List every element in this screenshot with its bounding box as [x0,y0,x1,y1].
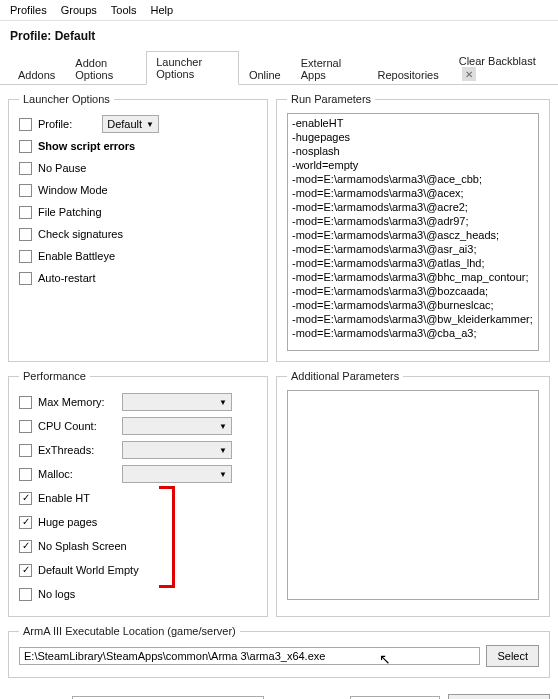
cursor-icon: ↖ [379,651,391,667]
performance-group: Performance Max Memory:▼ CPU Count:▼ ExT… [8,370,268,617]
malloc-combo[interactable]: ▼ [122,465,232,483]
launcher-options-group: Launcher Options Profile: Default ▼ Show… [8,93,268,362]
profile-checkbox[interactable] [19,118,32,131]
max-memory-label: Max Memory: [38,396,116,408]
chevron-down-icon: ▼ [219,422,227,431]
profile-combo[interactable]: Default ▼ [102,115,159,133]
tab-launcher-options[interactable]: Launcher Options [146,51,239,85]
performance-legend: Performance [19,370,90,382]
max-memory-checkbox[interactable] [19,396,32,409]
cpu-count-combo[interactable]: ▼ [122,417,232,435]
exthreads-checkbox[interactable] [19,444,32,457]
launcher-options-legend: Launcher Options [19,93,114,105]
file-patching-checkbox[interactable] [19,206,32,219]
menubar: Profiles Groups Tools Help [0,0,558,21]
tab-repositories[interactable]: Repositories [368,64,449,85]
exe-path-input[interactable] [19,647,480,665]
no-splash-checkbox[interactable] [19,540,32,553]
tab-clear-backblast-label: Clear Backblast [459,55,536,67]
max-memory-combo[interactable]: ▼ [122,393,232,411]
profile-title: Profile: Default [0,21,558,49]
no-pause-checkbox[interactable] [19,162,32,175]
tab-addon-options[interactable]: Addon Options [65,52,146,85]
menu-profiles[interactable]: Profiles [4,2,53,18]
huge-pages-label: Huge pages [38,516,97,528]
show-script-errors-checkbox[interactable] [19,140,32,153]
close-icon[interactable]: ✕ [462,67,476,81]
malloc-label: Malloc: [38,468,116,480]
chevron-down-icon: ▼ [219,398,227,407]
exthreads-combo[interactable]: ▼ [122,441,232,459]
menu-groups[interactable]: Groups [55,2,103,18]
check-signatures-checkbox[interactable] [19,228,32,241]
exthreads-label: ExThreads: [38,444,116,456]
exe-location-legend: ArmA III Executable Location (game/serve… [19,625,240,637]
additional-parameters-text[interactable] [287,390,539,600]
check-signatures-label: Check signatures [38,228,123,240]
menu-help[interactable]: Help [144,2,179,18]
default-world-empty-checkbox[interactable] [19,564,32,577]
menu-tools[interactable]: Tools [105,2,143,18]
cpu-count-label: CPU Count: [38,420,116,432]
tab-online[interactable]: Online [239,64,291,85]
cpu-count-checkbox[interactable] [19,420,32,433]
tab-addons[interactable]: Addons [8,64,65,85]
chevron-down-icon: ▼ [219,446,227,455]
highlight-annotation [159,486,175,588]
window-mode-label: Window Mode [38,184,108,196]
no-splash-label: No Splash Screen [38,540,127,552]
exe-location-group: ArmA III Executable Location (game/serve… [8,625,550,678]
enable-ht-checkbox[interactable] [19,492,32,505]
chevron-down-icon: ▼ [146,120,154,129]
footer: Join Server ▼ Game Version ArmA III ▼ St… [0,694,558,699]
tab-external-apps[interactable]: External Apps [291,52,368,85]
no-logs-label: No logs [38,588,75,600]
show-script-errors-label: Show script errors [38,140,135,152]
huge-pages-checkbox[interactable] [19,516,32,529]
run-parameters-text[interactable]: -enableHT -hugepages -nosplash -world=em… [287,113,539,351]
run-parameters-group: Run Parameters -enableHT -hugepages -nos… [276,93,550,362]
auto-restart-checkbox[interactable] [19,272,32,285]
additional-parameters-legend: Additional Parameters [287,370,403,382]
default-world-empty-label: Default World Empty [38,564,139,576]
start-game-button[interactable]: Start Game [448,694,550,699]
profile-label: Profile: [38,118,72,130]
select-button[interactable]: Select [486,645,539,667]
tabs: Addons Addon Options Launcher Options On… [0,49,558,85]
chevron-down-icon: ▼ [219,470,227,479]
window-mode-checkbox[interactable] [19,184,32,197]
enable-ht-label: Enable HT [38,492,90,504]
tab-clear-backblast[interactable]: Clear Backblast ✕ [449,50,550,85]
profile-combo-value: Default [107,118,142,130]
enable-battleye-checkbox[interactable] [19,250,32,263]
enable-battleye-label: Enable Battleye [38,250,115,262]
auto-restart-label: Auto-restart [38,272,95,284]
no-logs-checkbox[interactable] [19,588,32,601]
additional-parameters-group: Additional Parameters [276,370,550,617]
no-pause-label: No Pause [38,162,86,174]
run-parameters-legend: Run Parameters [287,93,375,105]
malloc-checkbox[interactable] [19,468,32,481]
file-patching-label: File Patching [38,206,102,218]
